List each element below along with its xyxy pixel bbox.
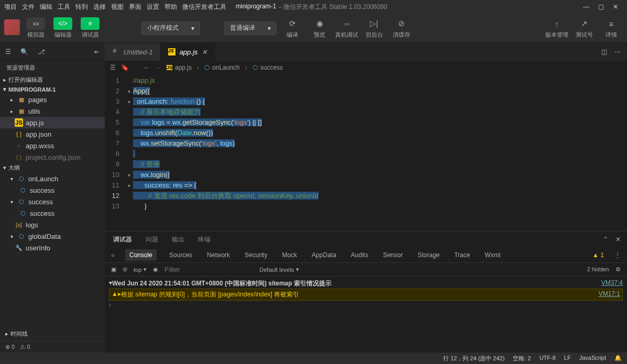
menu-file[interactable]: 文件 [22,3,35,12]
detail-button[interactable]: ≡详情 [600,17,623,39]
menu-devtools[interactable]: 微信开发者工具 [182,3,226,12]
levels-dropdown[interactable]: Default levels ▾ [259,266,299,273]
compile-mode-dropdown[interactable]: 普通编译▾ [224,21,277,35]
tab-untitled[interactable]: 🗎Untitled-1 [105,43,161,61]
code-editor[interactable]: 12345678910111213 ▾▾▾▾ //app.jsApp({ onL… [105,74,627,231]
devtab-sources[interactable]: Sources [167,250,194,260]
outline-success2[interactable]: ▾⬡success [0,196,105,207]
crumb-file[interactable]: JSapp.js [167,64,192,71]
bell-icon[interactable]: 🔔 [614,355,622,362]
mode-dropdown[interactable]: 小程序模式▾ [141,21,200,35]
devtools-inspect-icon[interactable]: ⟐ [111,251,115,259]
debugger-button[interactable]: ≡调试器 [79,16,102,40]
devtab-console[interactable]: Console [125,249,157,261]
file-projectconfig[interactable]: { }project.config.json [0,151,105,163]
maximize-button[interactable]: ▢ [593,0,608,14]
outline-onlaunch[interactable]: ▾⬡onLaunch [0,173,105,184]
log-source[interactable]: VM37:4 [601,279,623,288]
outline-globaldata[interactable]: ▾⬡globalData [0,230,105,242]
outline-success[interactable]: ⬡success [0,184,105,196]
folder-pages[interactable]: ▸▦pages [0,94,105,105]
compile-button[interactable]: ⟳编译 [281,17,304,39]
outline-logs[interactable]: [a]logs [0,219,105,230]
menu-edit[interactable]: 编辑 [40,3,52,12]
panel-up-icon[interactable]: ⌃ [603,236,608,243]
panel-tab-terminal[interactable]: 终端 [196,233,213,246]
language-mode[interactable]: JavaScript [579,355,606,362]
devtab-trace[interactable]: Trace [452,250,472,260]
devtools-warn-badge[interactable]: ▲ 1 [592,251,604,259]
project-section[interactable]: ▾MINIPROGRAM-1 [0,85,105,94]
tab-appjs[interactable]: JSapp.js✕ [161,43,216,61]
close-button[interactable]: ✕ [608,0,623,14]
outline-section[interactable]: ▾大纲 [0,163,105,173]
console-clear-icon[interactable]: ⊘ [123,266,127,273]
split-editor-icon[interactable]: ◫ [601,48,607,56]
devtab-security[interactable]: Security [243,250,269,260]
menu-interface[interactable]: 界面 [129,3,141,12]
devtab-mock[interactable]: Mock [280,250,299,260]
test-button[interactable]: ↗测试号 [573,17,596,39]
eol[interactable]: LF [564,355,571,362]
file-appjs[interactable]: JSapp.js [0,117,105,128]
simulator-button[interactable]: ▭模拟器 [24,16,47,40]
nav-back-icon[interactable]: ← [144,64,150,71]
menu-icon[interactable]: ☰ [5,48,11,56]
crumb-success[interactable]: ⬡success [252,64,283,71]
warning-count[interactable]: ⚠ 0 [20,344,30,350]
error-count[interactable]: ⊗ 0 [5,344,15,350]
timeline-section[interactable]: ▸时间线 [2,329,103,339]
editor-button[interactable]: </>编辑器 [51,16,74,40]
real-device-button[interactable]: ▫▫真机调试 [335,17,358,39]
encoding[interactable]: UTF-8 [540,355,556,362]
devtab-wxml[interactable]: Wxml [482,250,502,260]
outline-success3[interactable]: ⬡success [0,207,105,219]
preview-button[interactable]: ◉预览 [308,17,331,39]
cursor-position[interactable]: 行 12，列 24 (选中 242) [443,355,504,362]
menu-settings[interactable]: 设置 [147,3,159,12]
version-button[interactable]: ↑版本管理 [545,17,568,39]
filter-input[interactable] [164,266,253,273]
menu-help[interactable]: 帮助 [164,3,177,12]
panel-tab-problems[interactable]: 问题 [144,233,160,246]
panel-tab-output[interactable]: 输出 [170,233,186,246]
file-appwxss[interactable]: ⟐app.wxss [0,140,105,151]
folder-utils[interactable]: ▸▦utils [0,105,105,117]
bookmark-icon[interactable]: 🔖 [121,64,129,71]
list-icon[interactable]: ☰ [110,64,116,71]
devtools-more-icon[interactable]: ⋮ [614,251,621,259]
devtab-appdata[interactable]: AppData [310,250,338,260]
eye-icon[interactable]: ◉ [153,266,158,273]
open-editors-section[interactable]: ▸打开的编辑器 [0,75,105,85]
devtab-storage[interactable]: Storage [415,250,442,260]
menu-goto[interactable]: 转到 [75,3,88,12]
crumb-onlaunch[interactable]: ⬡onLaunch [204,64,240,71]
avatar[interactable] [4,19,20,35]
back-button[interactable]: ▷|切后台 [362,17,386,39]
panel-close-icon[interactable]: ✕ [615,236,621,243]
close-icon[interactable]: ✕ [202,48,207,56]
panel-tab-debugger[interactable]: 调试器 [111,233,134,246]
outline-userinfo[interactable]: 🔧userInfo [0,242,105,253]
hidden-count[interactable]: 2 hidden [587,266,609,273]
gear-icon[interactable]: ⚙ [615,266,621,273]
log-source[interactable]: VM17:1 [599,290,620,299]
menu-tools[interactable]: 工具 [58,3,70,12]
menu-view[interactable]: 视图 [111,3,124,12]
devtab-sensor[interactable]: Sensor [381,250,405,260]
nav-forward-icon[interactable]: → [155,64,161,71]
indentation[interactable]: 空格: 2 [513,355,531,362]
file-appjson[interactable]: { }app.json [0,128,105,140]
console-play-icon[interactable]: ▣ [111,266,116,273]
context-dropdown[interactable]: top ▾ [134,266,147,273]
devtab-network[interactable]: Network [205,250,232,260]
search-icon[interactable]: 🔍 [20,48,28,56]
menu-project[interactable]: 项目 [4,3,17,12]
devtab-audits[interactable]: Audits [349,250,370,260]
console-prompt[interactable]: › [109,301,111,308]
clear-cache-button[interactable]: ⊘清缓存 [390,17,413,39]
collapse-icon[interactable]: ⇤ [94,48,100,56]
minimize-button[interactable]: — [579,0,593,14]
menu-select[interactable]: 选择 [93,3,106,12]
more-icon[interactable]: ⋯ [614,48,621,56]
